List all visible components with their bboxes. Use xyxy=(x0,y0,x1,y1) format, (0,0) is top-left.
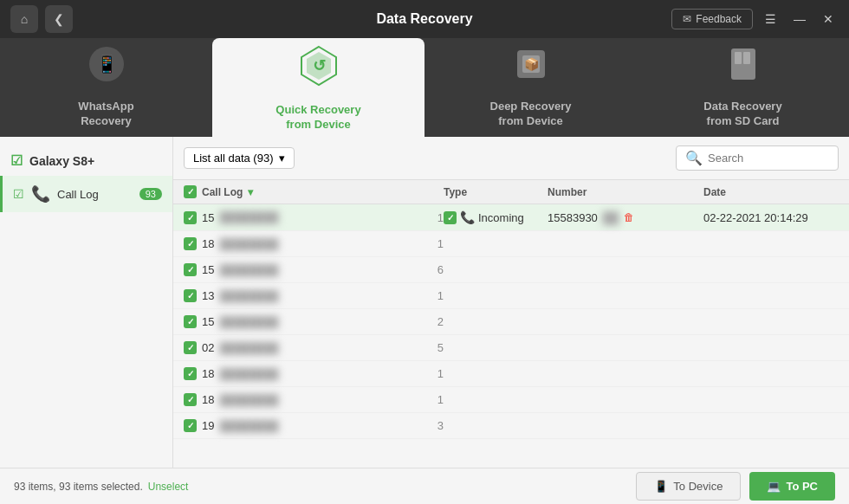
tab-deep-recovery[interactable]: 📦 Deep Recoveryfrom Device xyxy=(424,38,637,137)
title-bar: ⌂ ❮ Data Recovery ✉ Feedback ☰ — ✕ xyxy=(0,0,849,38)
close-button[interactable]: ✕ xyxy=(818,9,839,29)
table-row[interactable]: 19 ████████ 3 xyxy=(173,413,849,439)
tab-deep-label: Deep Recoveryfrom Device xyxy=(490,100,572,129)
header-number-label: Number xyxy=(548,186,587,198)
row-name-cell: 19 ████████ 3 xyxy=(184,419,444,432)
row-checkbox[interactable] xyxy=(184,289,197,302)
sd-recovery-icon xyxy=(723,43,764,93)
data-table: Call Log ▾ Type Number Date Duration xyxy=(173,180,849,468)
menu-button[interactable]: ☰ xyxy=(760,9,781,29)
row-count: 1 xyxy=(437,367,444,380)
svg-text:↺: ↺ xyxy=(312,57,325,74)
row-count: 1 xyxy=(437,211,444,224)
row-checkbox[interactable] xyxy=(184,211,197,224)
row-checkbox[interactable] xyxy=(184,341,197,354)
header-type-label: Type xyxy=(444,186,467,198)
row-name-blurred: ████████ xyxy=(219,290,278,302)
row-name-blurred: ████████ xyxy=(219,342,278,354)
table-row[interactable]: 18 ████████ 1 xyxy=(173,361,849,387)
tab-sd-recovery[interactable]: Data Recoveryfrom SD Card xyxy=(637,38,849,137)
right-panel: List all data (93) ▾ 🔍 Call Log ▾ Type xyxy=(173,137,849,468)
table-row[interactable]: 02 ████████ 5 xyxy=(173,335,849,361)
main-content: ☑ Galaxy S8+ ☑ 📞 Call Log 93 List all da… xyxy=(0,137,849,468)
delete-icon[interactable]: 🗑 xyxy=(624,211,634,223)
row-checkbox[interactable] xyxy=(184,315,197,328)
sidebar-item-calllog[interactable]: ☑ 📞 Call Log 93 xyxy=(0,176,172,212)
status-actions: 📱 To Device 💻 To PC xyxy=(636,472,835,501)
calllog-label: Call Log xyxy=(57,188,133,201)
row-name-blurred: ████████ xyxy=(219,238,278,250)
feedback-button[interactable]: ✉ Feedback xyxy=(671,9,753,29)
header-date-label: Date xyxy=(703,186,726,198)
to-device-icon: 📱 xyxy=(654,480,668,493)
header-date-col: Date xyxy=(703,185,849,198)
svg-text:📦: 📦 xyxy=(523,57,539,72)
to-pc-button[interactable]: 💻 To PC xyxy=(749,472,835,501)
table-row[interactable]: 15 ████████ 2 xyxy=(173,309,849,335)
row-name-blurred: ████████ xyxy=(219,394,278,406)
row-number: 15583930 xyxy=(548,211,598,224)
nav-tabs: 📱 WhatsAppRecovery ↺ Quick Recoveryfrom … xyxy=(0,38,849,137)
row-id: 18 xyxy=(202,393,214,406)
row-name-blurred: ████████ xyxy=(219,211,278,223)
tab-sd-label: Data Recoveryfrom SD Card xyxy=(703,100,781,129)
row-checkbox[interactable] xyxy=(184,237,197,250)
search-box: 🔍 xyxy=(676,145,839,171)
row-id: 15 xyxy=(202,211,214,224)
row-count: 1 xyxy=(437,237,444,250)
table-row[interactable]: 18 ████████ 1 xyxy=(173,231,849,257)
to-pc-icon: 💻 xyxy=(767,480,781,493)
minimize-button[interactable]: — xyxy=(788,9,811,29)
row-checkbox[interactable] xyxy=(184,419,197,432)
calllog-checkbox[interactable]: ☑ xyxy=(13,187,24,201)
row-checkbox[interactable] xyxy=(184,393,197,406)
row-date: 02-22-2021 20:14:29 xyxy=(703,211,808,224)
row-name-cell: 15 ████████ 6 xyxy=(184,263,444,276)
status-bar: 93 items, 93 items selected. Unselect 📱 … xyxy=(0,468,849,504)
table-row[interactable]: 18 ████████ 1 xyxy=(173,387,849,413)
unselect-link[interactable]: Unselect xyxy=(148,481,189,493)
title-bar-left: ⌂ ❮ xyxy=(10,5,73,33)
search-input[interactable] xyxy=(708,152,829,165)
row-count: 1 xyxy=(437,289,444,302)
to-device-button[interactable]: 📱 To Device xyxy=(636,472,741,501)
list-dropdown[interactable]: List all data (93) ▾ xyxy=(184,147,295,169)
phone-icon: 📞 xyxy=(460,210,475,224)
dropdown-arrow-icon: ▾ xyxy=(279,152,285,165)
row-name-cell: 02 ████████ 5 xyxy=(184,341,444,354)
row-type-checkbox[interactable] xyxy=(444,211,457,224)
whatsapp-icon: 📱 xyxy=(86,43,127,93)
table-header: Call Log ▾ Type Number Date Duration xyxy=(173,180,849,204)
deep-recovery-icon: 📦 xyxy=(510,43,552,93)
table-row[interactable]: 15 ████████ 1 📞 Incoming 15583930 ██ 🗑 0… xyxy=(173,204,849,231)
device-checkbox[interactable]: ☑ xyxy=(10,152,23,169)
row-name-cell: 18 ████████ 1 xyxy=(184,367,444,380)
row-name-cell: 18 ████████ 1 xyxy=(184,393,444,406)
tab-quick-recovery[interactable]: ↺ Quick Recoveryfrom Device xyxy=(212,38,424,137)
row-id: 19 xyxy=(202,419,214,432)
row-id: 13 xyxy=(202,289,214,302)
row-id: 02 xyxy=(202,341,214,354)
header-number-col: Number xyxy=(548,185,703,198)
row-checkbox[interactable] xyxy=(184,367,197,380)
row-checkbox[interactable] xyxy=(184,263,197,276)
row-count: 5 xyxy=(437,341,444,354)
header-checkbox[interactable] xyxy=(184,185,197,198)
tab-whatsapp-label: WhatsAppRecovery xyxy=(78,100,133,129)
toolbar: List all data (93) ▾ 🔍 xyxy=(173,137,849,180)
row-id: 15 xyxy=(202,315,214,328)
tab-whatsapp[interactable]: 📱 WhatsAppRecovery xyxy=(0,38,212,137)
device-name: Galaxy S8+ xyxy=(29,154,94,168)
row-type: Incoming xyxy=(478,211,524,224)
row-name-blurred: ████████ xyxy=(219,420,278,432)
row-id: 15 xyxy=(202,263,214,276)
table-row[interactable]: 13 ████████ 1 xyxy=(173,283,849,309)
row-count: 1 xyxy=(437,393,444,406)
sort-icon[interactable]: ▾ xyxy=(248,186,253,198)
list-dropdown-label: List all data (93) xyxy=(193,152,274,165)
back-button[interactable]: ❮ xyxy=(45,5,73,33)
table-row[interactable]: 15 ████████ 6 xyxy=(173,257,849,283)
home-button[interactable]: ⌂ xyxy=(10,5,38,33)
row-name-cell: 13 ████████ 1 xyxy=(184,289,444,302)
header-calllog-label: Call Log xyxy=(202,186,243,198)
